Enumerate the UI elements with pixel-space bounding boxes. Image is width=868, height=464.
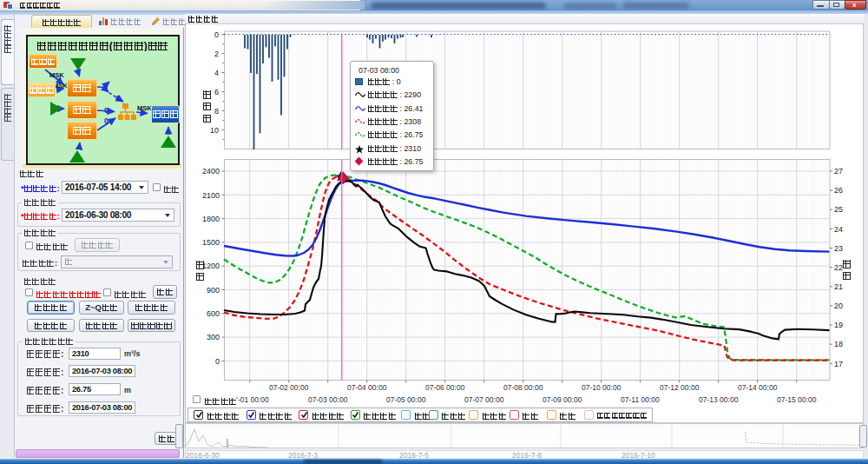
- svg-text:17: 17: [834, 360, 843, 368]
- svg-text:0: 0: [214, 30, 219, 39]
- svg-text:18: 18: [834, 340, 843, 348]
- svg-text:19: 19: [834, 321, 843, 329]
- svg-text:21: 21: [834, 282, 843, 291]
- svg-text:22: 22: [834, 263, 843, 272]
- svg-text:8: 8: [214, 107, 219, 116]
- svg-text:0: 0: [104, 116, 108, 125]
- svg-text:24: 24: [834, 225, 843, 234]
- svg-text:25: 25: [834, 205, 843, 214]
- svg-text:4: 4: [214, 69, 219, 77]
- svg-text:1500: 1500: [202, 238, 220, 247]
- svg-text:2100: 2100: [202, 191, 220, 200]
- svg-text:26: 26: [834, 186, 843, 195]
- svg-text:6: 6: [115, 94, 120, 103]
- svg-text:MSK: MSK: [137, 104, 152, 112]
- svg-text:2: 2: [214, 50, 219, 58]
- svg-text:1800: 1800: [202, 215, 220, 223]
- svg-text:27: 27: [834, 167, 843, 176]
- svg-text:23: 23: [834, 244, 843, 253]
- svg-text:2400: 2400: [202, 167, 220, 176]
- svg-text:MSK: MSK: [49, 71, 64, 79]
- svg-text:1200: 1200: [202, 262, 220, 270]
- svg-text:0: 0: [215, 357, 220, 366]
- svg-text:20: 20: [834, 302, 843, 310]
- svg-text:900: 900: [207, 286, 220, 295]
- svg-text:0: 0: [104, 106, 108, 115]
- svg-text:10: 10: [210, 126, 219, 135]
- svg-text:600: 600: [207, 309, 220, 318]
- svg-text:6: 6: [214, 88, 219, 96]
- svg-text:300: 300: [207, 333, 220, 341]
